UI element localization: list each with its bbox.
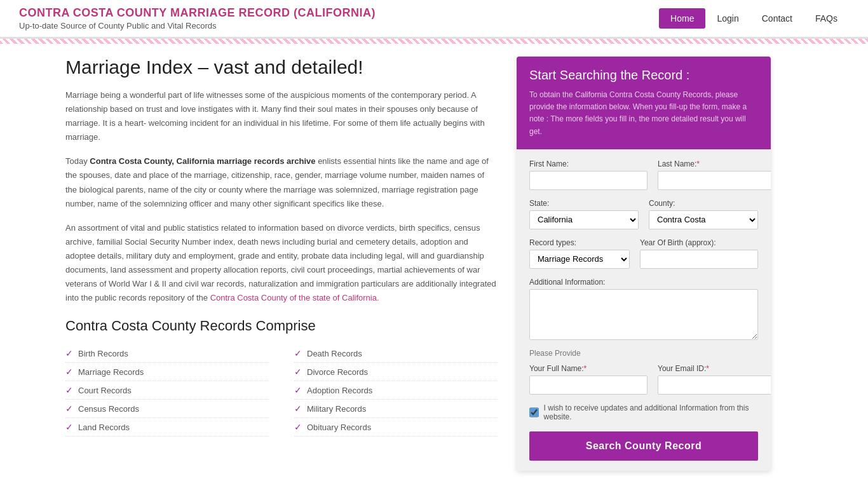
email-input[interactable] (658, 376, 771, 395)
checkmark-icon: ✓ (294, 348, 302, 358)
state-label: State: (529, 199, 639, 208)
paragraph-1: Marriage being a wonderful part of life … (65, 88, 498, 144)
search-button[interactable]: Search County Record (529, 431, 758, 461)
brand: CONTRA COSTA COUNTY MARRIAGE RECORD (CAL… (19, 6, 376, 30)
list-item: ✓ Military Records (294, 400, 498, 418)
county-label: County: (649, 199, 758, 208)
email-group: Your Email ID:* (658, 364, 771, 395)
page-heading: Marriage Index – vast and detailed! (65, 57, 498, 78)
newsletter-label: I wish to receive updates and additional… (544, 403, 758, 421)
header: CONTRA COSTA COUNTY MARRIAGE RECORD (CAL… (0, 0, 868, 39)
checkmark-icon: ✓ (65, 348, 73, 358)
paragraph-3: An assortment of vital and public statis… (65, 221, 498, 306)
form-description: To obtain the California Contra Costa Co… (529, 89, 758, 138)
last-name-input[interactable] (658, 171, 771, 190)
year-of-birth-input[interactable] (640, 250, 758, 269)
checkmark-icon: ✓ (65, 422, 73, 432)
decorative-stripe (0, 39, 868, 44)
additional-info-group: Additional Information: (529, 278, 758, 340)
list-item: ✓ Divorce Records (294, 363, 498, 381)
nav-home[interactable]: Home (659, 8, 705, 29)
email-label: Your Email ID:* (658, 364, 771, 373)
county-group: County: Contra Costa Los Angeles San Fra… (649, 199, 758, 229)
list-item: ✓ Death Records (294, 344, 498, 363)
county-select[interactable]: Contra Costa Los Angeles San Francisco S… (649, 210, 758, 229)
state-group: State: California New York Texas Florida (529, 199, 639, 229)
site-title: CONTRA COSTA COUNTY MARRIAGE RECORD (CAL… (19, 6, 376, 20)
site-subtitle: Up-to-date Source of County Public and V… (19, 21, 376, 30)
checkmark-icon: ✓ (294, 367, 302, 377)
checkmark-icon: ✓ (65, 385, 73, 395)
last-name-group: Last Name:* (658, 159, 771, 190)
personal-info-row: Your Full Name:* Your Email ID:* (529, 364, 758, 395)
nav-contact[interactable]: Contact (750, 8, 804, 29)
record-type-select[interactable]: Marriage Records Birth Records Death Rec… (529, 250, 630, 269)
newsletter-checkbox[interactable] (529, 407, 539, 417)
record-type-group: Record types: Marriage Records Birth Rec… (529, 238, 630, 269)
checkmark-icon: ✓ (294, 422, 302, 432)
list-item: ✓ Birth Records (65, 344, 269, 363)
state-select[interactable]: California New York Texas Florida (529, 210, 639, 229)
year-of-birth-group: Year Of Birth (approx): (640, 238, 758, 269)
record-year-row: Record types: Marriage Records Birth Rec… (529, 238, 758, 269)
records-col1: ✓ Birth Records ✓ Marriage Records ✓ Cou… (65, 344, 269, 437)
list-item: ✓ Obituary Records (294, 418, 498, 437)
last-name-label: Last Name:* (658, 159, 771, 168)
nav-faqs[interactable]: FAQs (804, 8, 849, 29)
records-grid: ✓ Birth Records ✓ Marriage Records ✓ Cou… (65, 344, 498, 437)
newsletter-checkbox-row: I wish to receive updates and additional… (529, 403, 758, 421)
state-county-row: State: California New York Texas Florida… (529, 199, 758, 229)
county-link[interactable]: Contra Costa County of the state of Cali… (210, 293, 379, 302)
nav-login[interactable]: Login (705, 8, 750, 29)
main-layout: Marriage Index – vast and detailed! Marr… (53, 57, 815, 471)
right-panel: Start Searching the Record : To obtain t… (517, 57, 771, 471)
list-item: ✓ Marriage Records (65, 363, 269, 381)
list-item: ✓ Census Records (65, 400, 269, 418)
search-form-card: Start Searching the Record : To obtain t… (517, 57, 771, 471)
checkmark-icon: ✓ (294, 403, 302, 414)
paragraph-2: Today Contra Costa County, California ma… (65, 154, 498, 210)
full-name-group: Your Full Name:* (529, 364, 648, 395)
records-col2: ✓ Death Records ✓ Divorce Records ✓ Adop… (294, 344, 498, 437)
checkmark-icon: ✓ (294, 385, 302, 395)
checkmark-icon: ✓ (65, 403, 73, 414)
list-item: ✓ Court Records (65, 381, 269, 400)
checkmark-icon: ✓ (65, 367, 73, 377)
first-name-group: First Name: (529, 159, 648, 190)
year-of-birth-label: Year Of Birth (approx): (640, 238, 758, 247)
records-section-heading: Contra Costa County Records Comprise (65, 318, 498, 334)
list-item: ✓ Adoption Records (294, 381, 498, 400)
full-name-input[interactable] (529, 376, 648, 395)
additional-info-textarea[interactable] (529, 289, 758, 340)
main-nav: Home Login Contact FAQs (659, 8, 849, 29)
form-header: Start Searching the Record : To obtain t… (517, 57, 771, 149)
form-title: Start Searching the Record : (529, 68, 758, 83)
name-row: First Name: Last Name:* (529, 159, 758, 190)
first-name-input[interactable] (529, 171, 648, 190)
first-name-label: First Name: (529, 159, 648, 168)
full-name-label: Your Full Name:* (529, 364, 648, 373)
left-content: Marriage Index – vast and detailed! Marr… (65, 57, 498, 437)
list-item: ✓ Land Records (65, 418, 269, 437)
record-type-label: Record types: (529, 238, 630, 247)
additional-info-label: Additional Information: (529, 278, 758, 287)
please-provide-label: Please Provide (529, 349, 758, 358)
form-body: First Name: Last Name:* State: (517, 149, 771, 471)
